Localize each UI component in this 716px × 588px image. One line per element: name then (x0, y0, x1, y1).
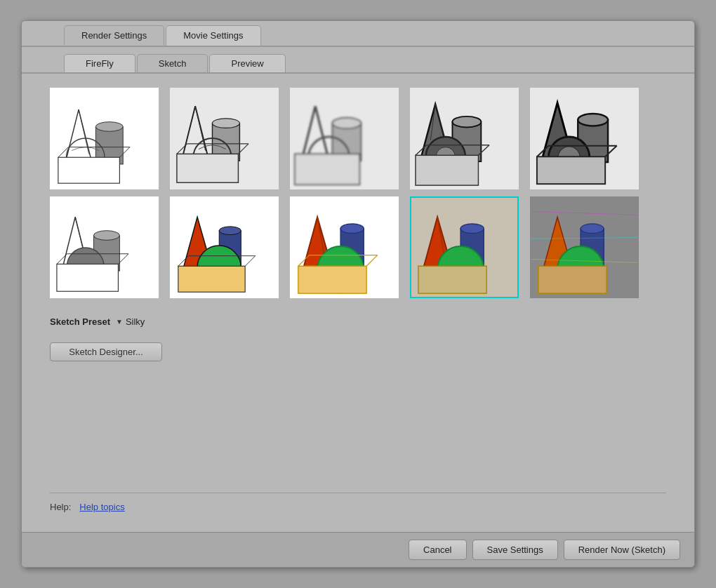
thumbnail-7[interactable] (170, 196, 279, 298)
thumbnail-4[interactable] (410, 88, 519, 189)
svg-rect-56 (178, 266, 245, 292)
help-topics-link[interactable]: Help topics (79, 502, 124, 512)
svg-point-20 (332, 118, 361, 129)
help-row: Help: Help topics (50, 493, 666, 518)
thumbnail-3[interactable] (290, 88, 399, 189)
svg-point-36 (578, 114, 608, 126)
thumbnail-9[interactable] (410, 196, 519, 298)
svg-rect-14 (177, 154, 239, 182)
sketch-designer-button[interactable]: Sketch Designer... (50, 342, 162, 361)
svg-rect-30 (416, 155, 478, 185)
thumbnail-6[interactable] (50, 196, 159, 298)
thumbnails-section (50, 88, 666, 298)
help-label: Help: (50, 502, 71, 512)
svg-point-77 (581, 224, 604, 234)
svg-marker-18 (302, 106, 329, 161)
svg-line-58 (245, 256, 256, 267)
svg-rect-74 (418, 266, 486, 293)
svg-rect-48 (57, 264, 119, 291)
thumbnail-2[interactable] (170, 88, 279, 189)
svg-line-81 (531, 211, 637, 215)
dropdown-arrow-icon: ▼ (116, 318, 123, 326)
thumbnail-1[interactable] (50, 88, 159, 189)
tab-movie-settings[interactable]: Movie Settings (166, 25, 260, 46)
sketch-preset-value: Silky (126, 316, 145, 327)
svg-point-46 (93, 231, 119, 241)
second-tab-bar: FireFly Sketch Preview (22, 47, 694, 74)
bottom-button-bar: Cancel Save Settings Render Now (Sketch) (22, 532, 694, 567)
svg-point-63 (340, 224, 364, 234)
thumbnail-row-1 (50, 88, 666, 189)
svg-rect-39 (537, 156, 605, 184)
svg-rect-65 (298, 266, 366, 293)
svg-rect-79 (538, 266, 606, 293)
svg-line-67 (366, 255, 378, 267)
svg-marker-0 (65, 109, 93, 164)
thumbnail-8[interactable] (290, 196, 399, 298)
cancel-button[interactable]: Cancel (409, 540, 466, 560)
save-settings-button[interactable]: Save Settings (472, 540, 558, 560)
thumbnail-10[interactable] (530, 196, 639, 298)
top-tab-bar: Render Settings Movie Settings (22, 21, 694, 47)
svg-rect-22 (295, 154, 359, 185)
render-settings-dialog: Render Settings Movie Settings FireFly S… (21, 20, 695, 568)
tab-firefly[interactable]: FireFly (64, 54, 135, 72)
main-panel: Sketch Preset ▼ Silky Sketch Designer...… (22, 74, 694, 532)
render-now-button[interactable]: Render Now (Sketch) (564, 540, 680, 560)
svg-point-3 (95, 122, 123, 132)
tab-render-settings[interactable]: Render Settings (64, 25, 164, 46)
svg-point-12 (212, 119, 239, 128)
svg-line-49 (57, 254, 67, 265)
sketch-preset-dropdown[interactable]: ▼ Silky (116, 316, 145, 327)
svg-rect-5 (58, 157, 120, 183)
sketch-preset-label: Sketch Preset (50, 316, 110, 327)
preset-row: Sketch Preset ▼ Silky (50, 316, 666, 327)
svg-point-27 (452, 116, 481, 128)
thumbnail-5[interactable] (530, 88, 639, 189)
svg-marker-9 (182, 106, 209, 161)
svg-point-72 (460, 224, 484, 234)
svg-line-15 (177, 144, 187, 154)
tab-preview[interactable]: Preview (209, 54, 285, 72)
thumbnail-row-2 (50, 196, 666, 298)
dialog-content: FireFly Sketch Preview (22, 47, 694, 532)
tab-sketch[interactable]: Sketch (137, 54, 208, 72)
svg-point-54 (219, 227, 241, 235)
